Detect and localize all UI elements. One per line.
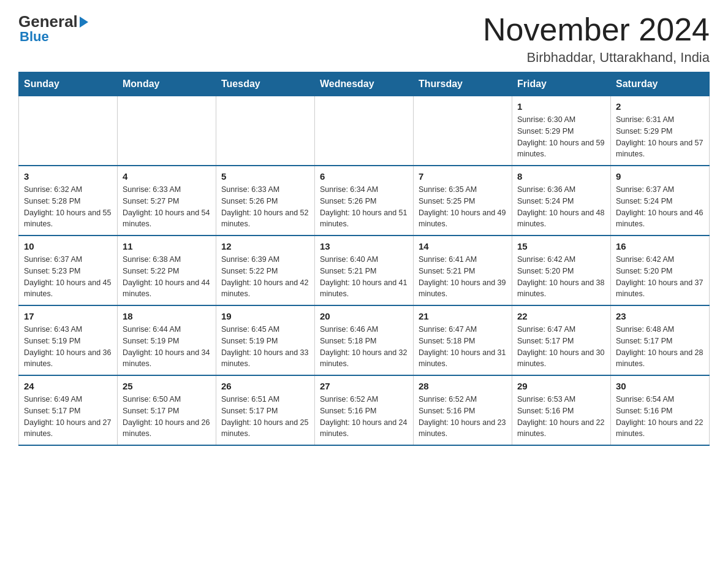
day-number: 29	[517, 381, 605, 391]
day-info: Sunrise: 6:51 AM Sunset: 5:17 PM Dayligh…	[221, 394, 309, 440]
logo-arrow-icon	[80, 17, 88, 28]
page-header: General Blue November 2024 Birbhaddar, U…	[18, 12, 710, 66]
day-info: Sunrise: 6:35 AM Sunset: 5:25 PM Dayligh…	[419, 184, 507, 230]
calendar-cell: 28Sunrise: 6:52 AM Sunset: 5:16 PM Dayli…	[414, 375, 512, 445]
calendar-cell: 2Sunrise: 6:31 AM Sunset: 5:29 PM Daylig…	[611, 96, 710, 166]
calendar-cell: 26Sunrise: 6:51 AM Sunset: 5:17 PM Dayli…	[216, 375, 315, 445]
day-info: Sunrise: 6:33 AM Sunset: 5:27 PM Dayligh…	[123, 184, 211, 230]
weekday-header-wednesday: Wednesday	[315, 72, 414, 96]
calendar-cell: 18Sunrise: 6:44 AM Sunset: 5:19 PM Dayli…	[118, 305, 216, 375]
calendar-week-row: 24Sunrise: 6:49 AM Sunset: 5:17 PM Dayli…	[19, 375, 710, 445]
day-number: 6	[320, 171, 408, 182]
day-info: Sunrise: 6:37 AM Sunset: 5:23 PM Dayligh…	[24, 254, 112, 300]
weekday-header-saturday: Saturday	[611, 72, 710, 96]
weekday-header-tuesday: Tuesday	[216, 72, 315, 96]
day-number: 2	[616, 101, 704, 112]
calendar-cell: 11Sunrise: 6:38 AM Sunset: 5:22 PM Dayli…	[118, 236, 216, 305]
calendar-cell: 25Sunrise: 6:50 AM Sunset: 5:17 PM Dayli…	[118, 375, 216, 445]
calendar-week-row: 1Sunrise: 6:30 AM Sunset: 5:29 PM Daylig…	[19, 96, 710, 166]
calendar-cell: 22Sunrise: 6:47 AM Sunset: 5:17 PM Dayli…	[512, 305, 611, 375]
day-number: 25	[123, 381, 211, 391]
day-info: Sunrise: 6:43 AM Sunset: 5:19 PM Dayligh…	[24, 324, 112, 370]
day-number: 21	[419, 311, 507, 321]
day-info: Sunrise: 6:33 AM Sunset: 5:26 PM Dayligh…	[221, 184, 309, 230]
calendar-cell: 6Sunrise: 6:34 AM Sunset: 5:26 PM Daylig…	[315, 166, 414, 236]
calendar-cell: 17Sunrise: 6:43 AM Sunset: 5:19 PM Dayli…	[19, 305, 118, 375]
calendar-cell: 1Sunrise: 6:30 AM Sunset: 5:29 PM Daylig…	[512, 96, 611, 166]
subtitle: Birbhaddar, Uttarakhand, India	[483, 50, 710, 66]
day-info: Sunrise: 6:34 AM Sunset: 5:26 PM Dayligh…	[320, 184, 408, 230]
day-number: 30	[616, 381, 704, 391]
day-info: Sunrise: 6:48 AM Sunset: 5:17 PM Dayligh…	[616, 324, 704, 370]
day-number: 27	[320, 381, 408, 391]
day-number: 24	[24, 381, 112, 391]
day-info: Sunrise: 6:52 AM Sunset: 5:16 PM Dayligh…	[320, 394, 408, 440]
day-number: 8	[517, 171, 605, 182]
main-title: November 2024	[483, 12, 710, 47]
calendar-week-row: 10Sunrise: 6:37 AM Sunset: 5:23 PM Dayli…	[19, 236, 710, 305]
day-info: Sunrise: 6:46 AM Sunset: 5:18 PM Dayligh…	[320, 324, 408, 370]
weekday-header-monday: Monday	[118, 72, 216, 96]
day-number: 3	[24, 171, 112, 182]
day-info: Sunrise: 6:36 AM Sunset: 5:24 PM Dayligh…	[517, 184, 605, 230]
weekday-header-row: SundayMondayTuesdayWednesdayThursdayFrid…	[19, 72, 710, 96]
calendar-table: SundayMondayTuesdayWednesdayThursdayFrid…	[18, 72, 710, 446]
calendar-cell: 14Sunrise: 6:41 AM Sunset: 5:21 PM Dayli…	[414, 236, 512, 305]
weekday-header-sunday: Sunday	[19, 72, 118, 96]
day-info: Sunrise: 6:32 AM Sunset: 5:28 PM Dayligh…	[24, 184, 112, 230]
calendar-cell: 4Sunrise: 6:33 AM Sunset: 5:27 PM Daylig…	[118, 166, 216, 236]
calendar-cell: 13Sunrise: 6:40 AM Sunset: 5:21 PM Dayli…	[315, 236, 414, 305]
day-info: Sunrise: 6:30 AM Sunset: 5:29 PM Dayligh…	[517, 114, 605, 160]
day-info: Sunrise: 6:31 AM Sunset: 5:29 PM Dayligh…	[616, 114, 704, 160]
title-block: November 2024 Birbhaddar, Uttarakhand, I…	[483, 12, 710, 66]
day-info: Sunrise: 6:39 AM Sunset: 5:22 PM Dayligh…	[221, 254, 309, 300]
day-number: 1	[517, 101, 605, 112]
calendar-cell: 7Sunrise: 6:35 AM Sunset: 5:25 PM Daylig…	[414, 166, 512, 236]
day-info: Sunrise: 6:54 AM Sunset: 5:16 PM Dayligh…	[616, 394, 704, 440]
day-number: 13	[320, 241, 408, 251]
day-info: Sunrise: 6:37 AM Sunset: 5:24 PM Dayligh…	[616, 184, 704, 230]
calendar-cell: 9Sunrise: 6:37 AM Sunset: 5:24 PM Daylig…	[611, 166, 710, 236]
day-info: Sunrise: 6:40 AM Sunset: 5:21 PM Dayligh…	[320, 254, 408, 300]
calendar-cell	[315, 96, 414, 166]
calendar-cell	[216, 96, 315, 166]
calendar-week-row: 17Sunrise: 6:43 AM Sunset: 5:19 PM Dayli…	[19, 305, 710, 375]
day-number: 19	[221, 311, 309, 321]
calendar-cell: 12Sunrise: 6:39 AM Sunset: 5:22 PM Dayli…	[216, 236, 315, 305]
calendar-cell: 29Sunrise: 6:53 AM Sunset: 5:16 PM Dayli…	[512, 375, 611, 445]
day-number: 16	[616, 241, 704, 251]
day-number: 4	[123, 171, 211, 182]
day-info: Sunrise: 6:53 AM Sunset: 5:16 PM Dayligh…	[517, 394, 605, 440]
day-info: Sunrise: 6:38 AM Sunset: 5:22 PM Dayligh…	[123, 254, 211, 300]
day-number: 28	[419, 381, 507, 391]
logo: General Blue	[18, 12, 88, 45]
day-number: 5	[221, 171, 309, 182]
day-number: 20	[320, 311, 408, 321]
day-info: Sunrise: 6:41 AM Sunset: 5:21 PM Dayligh…	[419, 254, 507, 300]
day-number: 22	[517, 311, 605, 321]
calendar-cell	[414, 96, 512, 166]
calendar-cell: 16Sunrise: 6:42 AM Sunset: 5:20 PM Dayli…	[611, 236, 710, 305]
calendar-cell: 20Sunrise: 6:46 AM Sunset: 5:18 PM Dayli…	[315, 305, 414, 375]
calendar-cell	[19, 96, 118, 166]
day-info: Sunrise: 6:42 AM Sunset: 5:20 PM Dayligh…	[517, 254, 605, 300]
calendar-cell: 10Sunrise: 6:37 AM Sunset: 5:23 PM Dayli…	[19, 236, 118, 305]
day-info: Sunrise: 6:45 AM Sunset: 5:19 PM Dayligh…	[221, 324, 309, 370]
day-info: Sunrise: 6:50 AM Sunset: 5:17 PM Dayligh…	[123, 394, 211, 440]
day-number: 14	[419, 241, 507, 251]
day-number: 18	[123, 311, 211, 321]
calendar-cell: 27Sunrise: 6:52 AM Sunset: 5:16 PM Dayli…	[315, 375, 414, 445]
calendar-cell: 24Sunrise: 6:49 AM Sunset: 5:17 PM Dayli…	[19, 375, 118, 445]
calendar-cell: 3Sunrise: 6:32 AM Sunset: 5:28 PM Daylig…	[19, 166, 118, 236]
calendar-week-row: 3Sunrise: 6:32 AM Sunset: 5:28 PM Daylig…	[19, 166, 710, 236]
day-number: 10	[24, 241, 112, 251]
day-number: 15	[517, 241, 605, 251]
day-number: 11	[123, 241, 211, 251]
day-number: 9	[616, 171, 704, 182]
calendar-cell: 8Sunrise: 6:36 AM Sunset: 5:24 PM Daylig…	[512, 166, 611, 236]
day-info: Sunrise: 6:42 AM Sunset: 5:20 PM Dayligh…	[616, 254, 704, 300]
weekday-header-friday: Friday	[512, 72, 611, 96]
calendar-cell: 30Sunrise: 6:54 AM Sunset: 5:16 PM Dayli…	[611, 375, 710, 445]
calendar-cell: 19Sunrise: 6:45 AM Sunset: 5:19 PM Dayli…	[216, 305, 315, 375]
calendar-cell	[118, 96, 216, 166]
